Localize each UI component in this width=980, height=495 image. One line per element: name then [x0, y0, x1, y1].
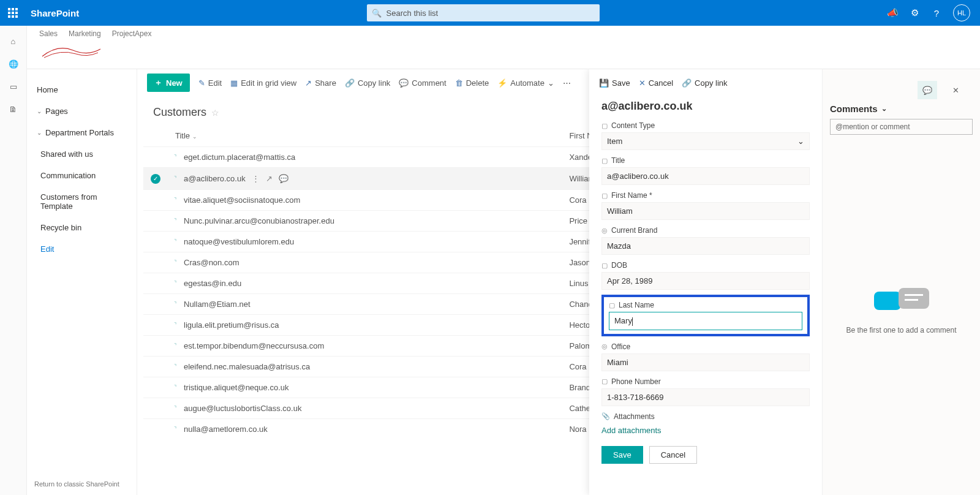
- panel-save-cmd[interactable]: 💾Save: [599, 78, 630, 88]
- choice-icon: ◎: [601, 227, 608, 235]
- automate-button[interactable]: ⚡Automate ⌄: [497, 78, 554, 88]
- firstname-field[interactable]: William: [601, 202, 810, 220]
- edit-grid-button[interactable]: ▦Edit in grid view: [230, 78, 296, 88]
- more-icon[interactable]: ⋮: [252, 174, 260, 183]
- more-button[interactable]: ⋯: [563, 78, 571, 88]
- trash-icon: 🗑: [455, 78, 463, 88]
- comment-input[interactable]: @mention or comment: [830, 119, 973, 135]
- chevron-down-icon: ⌄: [37, 129, 42, 136]
- cancel-button[interactable]: Cancel: [649, 446, 697, 464]
- phone-label: Phone Number: [611, 377, 661, 386]
- brand-field[interactable]: Mazda: [601, 237, 810, 255]
- grid-icon: ▦: [230, 78, 238, 88]
- megaphone-icon[interactable]: 📣: [887, 7, 898, 18]
- sitenav-marketing[interactable]: Marketing: [69, 29, 101, 38]
- search-input[interactable]: 🔍 Search this list: [367, 4, 600, 21]
- classic-link[interactable]: Return to classic SharePoint: [34, 480, 119, 488]
- office-label: Office: [611, 342, 630, 351]
- phone-field[interactable]: 1-813-718-6669: [601, 388, 810, 406]
- nav-dept[interactable]: ⌄Department Portals: [27, 122, 137, 143]
- list-title: Customers: [153, 106, 206, 119]
- comment-button[interactable]: 💬Comment: [399, 78, 446, 88]
- tick-icon: ⌝: [174, 154, 176, 160]
- comments-toggle[interactable]: 💬: [918, 81, 937, 99]
- tick-icon: ⌝: [174, 280, 176, 286]
- comment-icon: 💬: [399, 78, 409, 88]
- plus-icon: ＋: [154, 77, 162, 88]
- text-icon: ▢: [601, 192, 608, 200]
- panel-cancel-cmd[interactable]: ✕Cancel: [639, 78, 673, 88]
- text-cursor: [632, 317, 633, 326]
- edit-button[interactable]: ✎Edit: [198, 78, 222, 88]
- new-button[interactable]: ＋New: [147, 74, 190, 92]
- chevron-down-icon[interactable]: ⌄: [881, 105, 887, 113]
- share-icon[interactable]: ↗: [266, 174, 273, 183]
- nav-edit[interactable]: Edit: [27, 238, 137, 260]
- nav-customers-template[interactable]: Customers from Template: [27, 186, 137, 217]
- tick-icon: ⌝: [174, 405, 176, 411]
- highlighted-field-wrap: ▢Last Name Mary: [601, 295, 810, 336]
- help-icon[interactable]: ?: [931, 7, 942, 18]
- close-icon: ✕: [639, 78, 646, 88]
- save-icon: 💾: [599, 78, 609, 88]
- flow-icon: ⚡: [497, 78, 507, 88]
- news-icon[interactable]: ▭: [10, 82, 17, 91]
- panel-copylink-cmd[interactable]: 🔗Copy link: [682, 78, 727, 88]
- tick-icon: ⌝: [174, 197, 176, 203]
- nav-home[interactable]: Home: [27, 79, 137, 100]
- office-field[interactable]: Miami: [601, 353, 810, 371]
- title-label: Title: [611, 156, 625, 165]
- delete-button[interactable]: 🗑Delete: [455, 78, 489, 88]
- link-icon: 🔗: [345, 78, 355, 88]
- tick-icon: ⌝: [174, 175, 176, 181]
- contenttype-icon: ▢: [601, 122, 608, 130]
- home-icon[interactable]: ⌂: [11, 37, 16, 46]
- files-icon[interactable]: 🗎: [9, 105, 17, 114]
- title-field[interactable]: a@aclibero.co.uk: [601, 167, 810, 185]
- edit-item-panel: 💾Save ✕Cancel 🔗Copy link a@aclibero.co.u…: [589, 69, 980, 495]
- sitenav-sales[interactable]: Sales: [39, 29, 58, 38]
- tick-icon: ⌝: [174, 363, 176, 369]
- gear-icon[interactable]: ⚙: [909, 7, 920, 18]
- share-button[interactable]: ↗Share: [305, 78, 336, 88]
- close-panel[interactable]: ✕: [946, 81, 965, 99]
- globe-icon[interactable]: 🌐: [9, 59, 18, 69]
- search-placeholder: Search this list: [386, 9, 439, 18]
- comment-icon[interactable]: 💬: [279, 174, 288, 183]
- content-type-select[interactable]: Item⌄: [601, 132, 810, 150]
- tick-icon: ⌝: [174, 322, 176, 328]
- nav-communication[interactable]: Communication: [27, 165, 137, 186]
- brand-label: Current Brand: [611, 226, 657, 235]
- site-logo[interactable]: [39, 40, 104, 62]
- firstname-label: First Name *: [611, 191, 652, 200]
- date-icon: ▢: [601, 262, 608, 270]
- add-attachments-link[interactable]: Add attachments: [601, 426, 662, 435]
- waffle-icon: [8, 8, 18, 18]
- chevron-down-icon: ⌄: [192, 134, 197, 140]
- dob-label: DOB: [611, 261, 627, 270]
- comments-empty-text: Be the first one to add a comment: [846, 326, 956, 334]
- tick-icon: ⌝: [174, 259, 176, 265]
- app-launcher[interactable]: [0, 0, 26, 26]
- sitenav-projectapex[interactable]: ProjectApex: [112, 29, 152, 38]
- dob-field[interactable]: Apr 28, 1989: [601, 272, 810, 290]
- save-button[interactable]: Save: [601, 446, 643, 464]
- pencil-icon: ✎: [198, 78, 205, 88]
- nav-shared[interactable]: Shared with us: [27, 143, 137, 165]
- location-icon: ◎: [601, 342, 608, 350]
- brand-label[interactable]: SharePoint: [31, 8, 79, 18]
- copylink-button[interactable]: 🔗Copy link: [345, 78, 390, 88]
- tick-icon: ⌝: [174, 238, 176, 244]
- lastname-field[interactable]: Mary: [609, 312, 802, 330]
- star-icon[interactable]: ☆: [211, 108, 219, 118]
- col-title[interactable]: Title⌄: [168, 125, 562, 147]
- content-type-label: Content Type: [611, 121, 655, 130]
- comments-title: Comments: [830, 104, 878, 114]
- user-avatar[interactable]: HL: [953, 4, 970, 21]
- nav-pages[interactable]: ⌄Pages: [27, 100, 137, 122]
- check-icon[interactable]: ✓: [151, 174, 160, 184]
- chevron-down-icon: ⌄: [797, 137, 804, 146]
- text-icon: ▢: [601, 157, 608, 165]
- nav-recycle[interactable]: Recycle bin: [27, 217, 137, 238]
- tick-icon: ⌝: [174, 301, 176, 307]
